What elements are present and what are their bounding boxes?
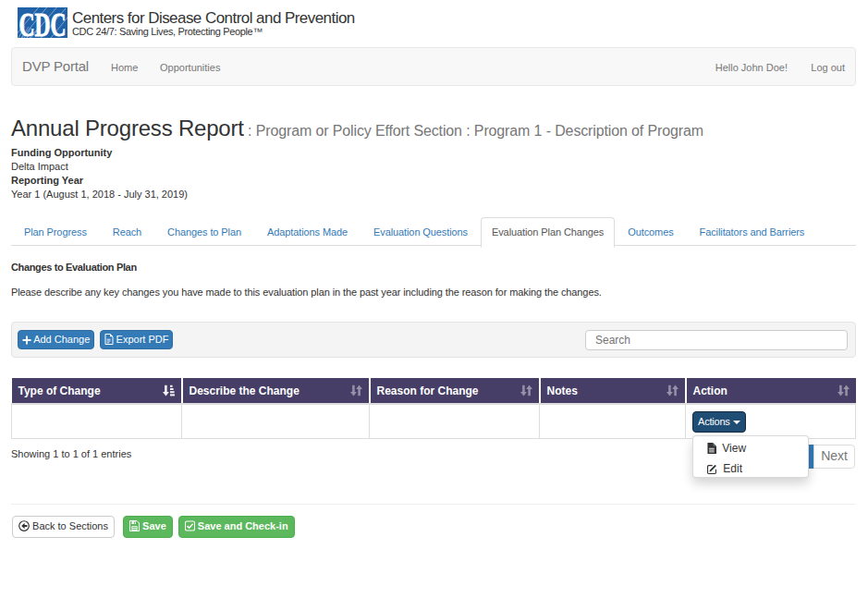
svg-text:CDC: CDC: [19, 7, 67, 38]
